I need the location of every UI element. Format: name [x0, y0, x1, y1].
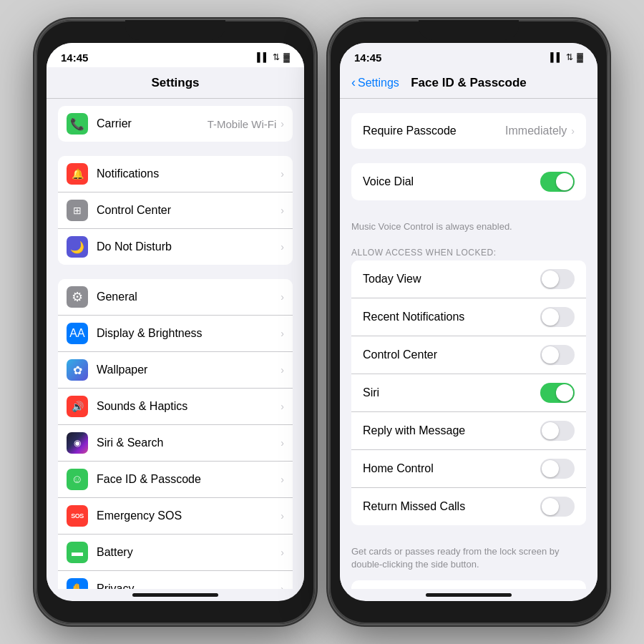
screen-faceid: 14:45 ▌▌ ⇅ ▓ ‹ Settings Face ID & Passco… — [340, 43, 597, 601]
privacy-row[interactable]: ✋ Privacy › — [58, 571, 293, 589]
require-passcode-label: Require Passcode — [363, 125, 505, 137]
home-indicator-2 — [426, 593, 512, 597]
card-note: Get cards or passes ready from the lock … — [340, 540, 597, 580]
battery-icon: ▓ — [283, 52, 290, 62]
access-group: Today View Recent Notifications Control … — [351, 260, 586, 525]
erase-group: Erase Data — [351, 580, 586, 589]
siri-toggle[interactable] — [540, 383, 575, 403]
settings-scroll[interactable]: 📞 Carrier T-Mobile Wi-Fi › 🔔 Notificatio… — [47, 99, 304, 589]
siri-row-label: Siri — [363, 386, 540, 399]
faceid-scroll[interactable]: Require Passcode Immediately › Voice Dia… — [340, 99, 597, 589]
reply-message-toggle[interactable] — [540, 421, 575, 441]
control-center-row[interactable]: ⊞ Control Center › — [58, 192, 293, 229]
sos-label: Emergency SOS — [97, 509, 280, 522]
phone-faceid: 14:45 ▌▌ ⇅ ▓ ‹ Settings Face ID & Passco… — [329, 20, 608, 624]
today-view-row[interactable]: Today View — [351, 260, 586, 298]
nav-bar-settings: Settings — [47, 67, 304, 99]
notifications-chevron: › — [280, 168, 284, 180]
return-calls-toggle[interactable] — [540, 497, 575, 517]
carrier-group: 📞 Carrier T-Mobile Wi-Fi › — [58, 106, 293, 142]
status-bar-2: 14:45 ▌▌ ⇅ ▓ — [340, 43, 597, 67]
erase-data-row[interactable]: Erase Data — [351, 580, 586, 589]
voice-dial-group: Voice Dial — [351, 163, 586, 200]
sos-row[interactable]: SOS Emergency SOS › — [58, 498, 293, 535]
do-not-disturb-row[interactable]: 🌙 Do Not Disturb › — [58, 229, 293, 265]
control-center-label: Control Center — [97, 204, 280, 217]
voice-dial-label: Voice Dial — [363, 175, 540, 188]
recent-notifications-toggle[interactable] — [540, 307, 575, 327]
sos-icon: SOS — [67, 505, 88, 527]
nav-bar-faceid: ‹ Settings Face ID & Passcode — [340, 67, 597, 99]
signal-icon: ▌▌ — [257, 52, 269, 62]
general-icon: ⚙ — [67, 286, 88, 308]
faceid-chevron: › — [280, 474, 284, 485]
nav-title-faceid: Face ID & Passcode — [411, 76, 527, 90]
voice-dial-toggle[interactable] — [540, 172, 575, 192]
siri-search-row[interactable]: ◉ Siri & Search › — [58, 425, 293, 462]
return-calls-label: Return Missed Calls — [363, 500, 540, 513]
sounds-label: Sounds & Haptics — [97, 400, 280, 413]
nav-title-settings: Settings — [151, 76, 199, 90]
sos-chevron: › — [280, 510, 284, 522]
display-icon: AA — [67, 323, 88, 344]
return-calls-row[interactable]: Return Missed Calls — [351, 488, 586, 525]
do-not-disturb-chevron: › — [280, 241, 284, 253]
notifications-label: Notifications — [97, 167, 280, 180]
wallpaper-label: Wallpaper — [97, 364, 280, 376]
notifications-row[interactable]: 🔔 Notifications › — [58, 156, 293, 192]
sounds-row[interactable]: 🔊 Sounds & Haptics › — [58, 389, 293, 425]
wallpaper-icon: ✿ — [67, 359, 88, 381]
faceid-row[interactable]: ☺ Face ID & Passcode › — [58, 462, 293, 498]
faceid-label: Face ID & Passcode — [97, 473, 280, 486]
home-indicator-1 — [132, 593, 218, 597]
back-button[interactable]: ‹ Settings — [351, 75, 399, 90]
today-view-label: Today View — [363, 273, 540, 286]
siri-icon: ◉ — [67, 432, 88, 454]
signal-icon-2: ▌▌ — [550, 52, 562, 62]
carrier-row[interactable]: 📞 Carrier T-Mobile Wi-Fi › — [58, 106, 293, 142]
do-not-disturb-label: Do Not Disturb — [97, 240, 280, 253]
require-passcode-row[interactable]: Require Passcode Immediately › — [351, 113, 586, 149]
do-not-disturb-icon: 🌙 — [67, 236, 88, 258]
reply-message-row[interactable]: Reply with Message — [351, 412, 586, 450]
control-center-chevron: › — [280, 205, 284, 216]
notifications-icon: 🔔 — [67, 163, 88, 185]
require-passcode-value: Immediately — [505, 125, 567, 137]
control-center-row-2[interactable]: Control Center — [351, 336, 586, 374]
display-label: Display & Brightness — [97, 327, 280, 340]
siri-label: Siri & Search — [97, 436, 280, 449]
recent-notifications-row[interactable]: Recent Notifications — [351, 298, 586, 336]
today-view-toggle[interactable] — [540, 269, 575, 289]
phone-settings: 14:45 ▌▌ ⇅ ▓ Settings 📞 Carrier T-Mobile… — [36, 20, 315, 624]
status-icons-1: ▌▌ ⇅ ▓ — [257, 52, 290, 62]
display-row[interactable]: AA Display & Brightness › — [58, 316, 293, 352]
time-2: 14:45 — [354, 52, 381, 64]
general-chevron: › — [280, 291, 284, 303]
general-row[interactable]: ⚙ General › — [58, 279, 293, 316]
carrier-value: T-Mobile Wi-Fi — [208, 118, 277, 130]
settings-group-2: ⚙ General › AA Display & Brightness › ✿ … — [58, 279, 293, 589]
faceid-icon: ☺ — [67, 469, 88, 490]
voice-dial-note: Music Voice Control is always enabled. — [340, 215, 597, 242]
voice-dial-row[interactable]: Voice Dial — [351, 163, 586, 200]
wifi-icon: ⇅ — [273, 52, 280, 62]
siri-row[interactable]: Siri — [351, 374, 586, 412]
notch — [125, 20, 225, 40]
notch-2 — [419, 20, 519, 40]
wallpaper-chevron: › — [280, 364, 284, 376]
back-label[interactable]: Settings — [358, 77, 399, 89]
general-label: General — [97, 291, 280, 303]
battery-icon-row: ▬ — [67, 542, 88, 563]
control-center-toggle[interactable] — [540, 345, 575, 365]
wallpaper-row[interactable]: ✿ Wallpaper › — [58, 352, 293, 389]
time-1: 14:45 — [61, 52, 88, 64]
home-control-row[interactable]: Home Control — [351, 450, 586, 488]
privacy-chevron: › — [280, 583, 284, 589]
home-control-label: Home Control — [363, 462, 540, 475]
battery-row[interactable]: ▬ Battery › — [58, 535, 293, 571]
display-chevron: › — [280, 328, 284, 339]
home-control-toggle[interactable] — [540, 459, 575, 479]
reply-message-label: Reply with Message — [363, 424, 540, 437]
battery-label: Battery — [97, 546, 280, 559]
control-center-icon: ⊞ — [67, 200, 88, 221]
